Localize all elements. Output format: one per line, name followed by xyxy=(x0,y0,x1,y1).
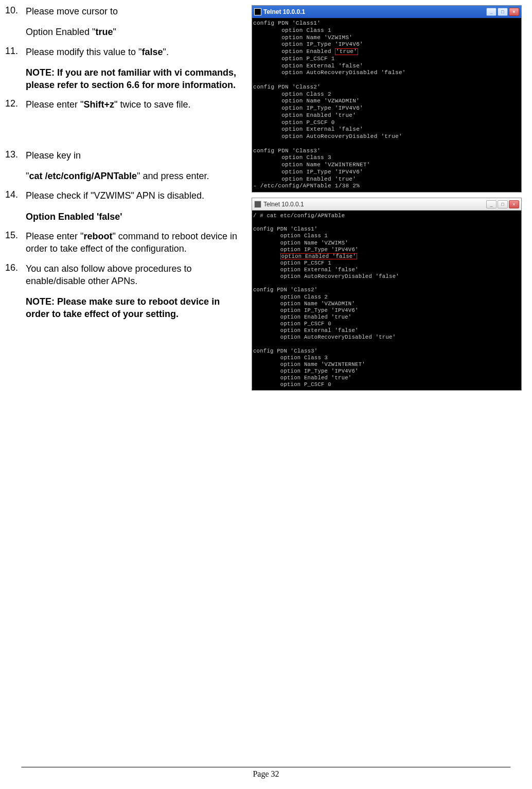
instruction-body: Please enter "reboot" command to reboot … xyxy=(26,230,247,255)
text-segment: NOTE: Please make sure to reboot device … xyxy=(26,296,220,319)
text-segment: Please enter " xyxy=(26,231,83,241)
text-segment: " and press enter. xyxy=(137,171,209,181)
instruction-item: 11.Please modify this value to "false".N… xyxy=(3,46,247,92)
text-segment: Please key in xyxy=(26,150,81,161)
text-segment: ". xyxy=(163,47,169,57)
text-segment: " xyxy=(113,27,116,37)
text-segment: " twice to save file. xyxy=(114,99,190,110)
instruction-item: 13.Please key in"cat /etc/config/APNTabl… xyxy=(3,149,247,183)
text-segment: true xyxy=(95,27,113,37)
instruction-number: 16. xyxy=(3,262,26,321)
titlebar: Telnet 10.0.0.1 _ □ × xyxy=(252,6,521,18)
text-segment: false xyxy=(142,47,163,57)
instruction-line: Option Enabled 'false' xyxy=(26,211,243,223)
window-title: Telnet 10.0.0.1 xyxy=(263,201,486,208)
text-segment: Shift+z xyxy=(83,99,114,110)
instruction-item: 16.You can also follow above procedures … xyxy=(3,262,247,321)
instruction-line: Please key in xyxy=(26,149,243,162)
highlighted-text: option Enabled 'false' xyxy=(280,253,357,260)
instruction-body: You can also follow above procedures to … xyxy=(26,262,247,321)
text-segment: Option Enabled " xyxy=(26,27,95,37)
instruction-line: NOTE: If you are not familiar with vi co… xyxy=(26,66,243,92)
terminal-output: config PDN 'Class1' option Class 1 optio… xyxy=(252,18,521,192)
instruction-line: You can also follow above procedures to … xyxy=(26,262,243,288)
telnet-window-1: Telnet 10.0.0.1 _ □ × config PDN 'Class1… xyxy=(252,5,522,192)
text-segment: Please modify this value to " xyxy=(26,47,142,57)
terminal-output: / # cat etc/config/APNTable config PDN '… xyxy=(252,211,521,390)
page-number: Page 32 xyxy=(21,769,510,779)
instruction-line: "cat /etc/config/APNTable" and press ent… xyxy=(26,170,243,182)
minimize-button[interactable]: _ xyxy=(486,200,496,208)
maximize-button[interactable]: □ xyxy=(498,8,508,16)
text-segment: Option Enabled 'false' xyxy=(26,212,122,222)
close-button[interactable]: × xyxy=(509,8,519,16)
instruction-item: 12.Please enter "Shift+z" twice to save … xyxy=(3,98,247,111)
instruction-number: 12. xyxy=(3,98,26,111)
instruction-line: Please move cursor to xyxy=(26,5,243,17)
text-segment: You can also follow above procedures to … xyxy=(26,264,192,286)
text-segment: Please check if "VZWIMS" APN is disabled… xyxy=(26,190,204,201)
instruction-number: 15. xyxy=(3,230,26,255)
minimize-button[interactable]: _ xyxy=(486,8,496,16)
instruction-line: Please enter "Shift+z" twice to save fil… xyxy=(26,98,243,111)
instruction-body: Please move cursor toOption Enabled "tru… xyxy=(26,5,247,39)
instruction-item: 14.Please check if "VZWIMS" APN is disab… xyxy=(3,189,247,223)
instruction-number: 11. xyxy=(3,46,26,92)
instruction-line: Please modify this value to "false". xyxy=(26,46,243,58)
text-segment: Please move cursor to xyxy=(26,6,118,16)
spacer xyxy=(3,118,247,149)
text-segment: reboot xyxy=(83,231,112,241)
close-button[interactable]: × xyxy=(509,200,519,208)
app-icon xyxy=(254,8,261,15)
instruction-line: Please enter "reboot" command to reboot … xyxy=(26,230,243,255)
maximize-button[interactable]: □ xyxy=(498,200,508,208)
instruction-item: 10.Please move cursor toOption Enabled "… xyxy=(3,5,247,39)
instruction-number: 14. xyxy=(3,189,26,223)
text-segment: NOTE: If you are not familiar with vi co… xyxy=(26,67,236,90)
instruction-item: 15.Please enter "reboot" command to rebo… xyxy=(3,230,247,255)
instruction-body: Please enter "Shift+z" twice to save fil… xyxy=(26,98,247,111)
instruction-list: 10.Please move cursor toOption Enabled "… xyxy=(3,5,247,321)
instruction-body: Please check if "VZWIMS" APN is disabled… xyxy=(26,189,247,223)
instruction-number: 13. xyxy=(3,149,26,183)
instruction-body: Please key in"cat /etc/config/APNTable" … xyxy=(26,149,247,183)
telnet-window-2: Telnet 10.0.0.1 _ □ × / # cat etc/config… xyxy=(252,198,522,391)
app-icon xyxy=(254,201,261,208)
page-footer: Page 32 xyxy=(21,767,510,779)
instruction-number: 10. xyxy=(3,5,26,39)
instruction-line: Please check if "VZWIMS" APN is disabled… xyxy=(26,189,243,202)
instruction-line: NOTE: Please make sure to reboot device … xyxy=(26,295,243,321)
instruction-body: Please modify this value to "false".NOTE… xyxy=(26,46,247,92)
text-segment: Please enter " xyxy=(26,99,83,110)
window-title: Telnet 10.0.0.1 xyxy=(263,8,486,15)
titlebar: Telnet 10.0.0.1 _ □ × xyxy=(252,198,521,211)
text-segment: cat /etc/config/APNTable xyxy=(29,171,137,181)
highlighted-text: 'true' xyxy=(335,48,358,55)
instruction-line: Option Enabled "true" xyxy=(26,26,243,38)
